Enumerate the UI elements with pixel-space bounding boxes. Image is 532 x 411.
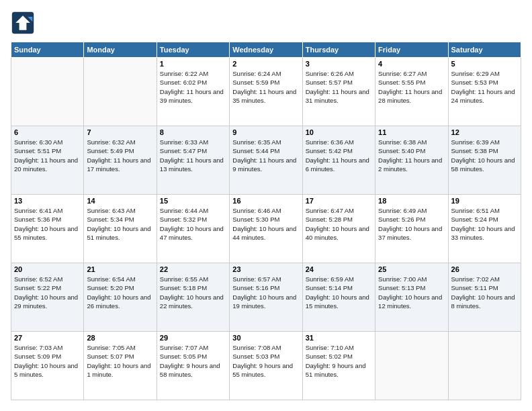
day-detail: Sunrise: 6:43 AMSunset: 5:34 PMDaylight:…	[87, 206, 153, 242]
day-cell-29: 29Sunrise: 7:07 AMSunset: 5:05 PMDayligh…	[157, 332, 229, 400]
day-detail: Sunrise: 7:02 AMSunset: 5:11 PMDaylight:…	[451, 275, 518, 310]
day-number: 24	[306, 265, 372, 273]
day-detail: Sunrise: 6:30 AMSunset: 5:51 PMDaylight:…	[14, 138, 81, 173]
day-detail: Sunrise: 6:55 AMSunset: 5:18 PMDaylight:…	[160, 275, 226, 310]
day-number: 21	[87, 265, 153, 273]
day-cell-12: 12Sunrise: 6:39 AMSunset: 5:38 PMDayligh…	[448, 126, 521, 195]
day-cell-26: 26Sunrise: 7:02 AMSunset: 5:11 PMDayligh…	[448, 263, 521, 332]
day-detail: Sunrise: 6:59 AMSunset: 5:14 PMDaylight:…	[306, 275, 372, 310]
day-cell-8: 8Sunrise: 6:33 AMSunset: 5:47 PMDaylight…	[157, 126, 229, 195]
day-detail: Sunrise: 7:05 AMSunset: 5:07 PMDaylight:…	[87, 343, 153, 379]
day-detail: Sunrise: 7:07 AMSunset: 5:05 PMDaylight:…	[160, 343, 226, 379]
day-number: 8	[160, 128, 226, 136]
day-cell-2: 2Sunrise: 6:24 AMSunset: 5:59 PMDaylight…	[230, 58, 302, 126]
day-number: 22	[160, 265, 226, 273]
day-cell-9: 9Sunrise: 6:35 AMSunset: 5:44 PMDaylight…	[230, 126, 302, 195]
day-cell-30: 30Sunrise: 7:08 AMSunset: 5:03 PMDayligh…	[230, 332, 302, 400]
day-number: 25	[378, 265, 445, 273]
day-detail: Sunrise: 6:29 AMSunset: 5:53 PMDaylight:…	[451, 69, 518, 105]
day-number: 12	[451, 128, 518, 136]
day-number: 7	[87, 128, 153, 136]
day-detail: Sunrise: 6:36 AMSunset: 5:42 PMDaylight:…	[306, 138, 372, 173]
day-detail: Sunrise: 6:38 AMSunset: 5:40 PMDaylight:…	[378, 138, 445, 173]
day-detail: Sunrise: 6:52 AMSunset: 5:22 PMDaylight:…	[14, 275, 81, 310]
day-number: 31	[306, 334, 372, 342]
logo-icon	[11, 11, 35, 35]
day-number: 27	[14, 334, 81, 342]
day-cell-23: 23Sunrise: 6:57 AMSunset: 5:16 PMDayligh…	[230, 263, 302, 332]
empty-cell	[84, 58, 157, 126]
day-number: 4	[378, 60, 445, 68]
day-cell-15: 15Sunrise: 6:44 AMSunset: 5:32 PMDayligh…	[157, 195, 229, 263]
day-detail: Sunrise: 6:47 AMSunset: 5:28 PMDaylight:…	[306, 206, 372, 242]
day-number: 2	[232, 60, 299, 68]
day-detail: Sunrise: 6:35 AMSunset: 5:44 PMDaylight:…	[232, 138, 299, 173]
day-cell-7: 7Sunrise: 6:32 AMSunset: 5:49 PMDaylight…	[84, 126, 157, 195]
day-cell-17: 17Sunrise: 6:47 AMSunset: 5:28 PMDayligh…	[302, 195, 375, 263]
day-cell-10: 10Sunrise: 6:36 AMSunset: 5:42 PMDayligh…	[302, 126, 375, 195]
calendar-header-saturday: Saturday	[448, 42, 521, 58]
day-number: 6	[14, 128, 81, 136]
day-detail: Sunrise: 6:54 AMSunset: 5:20 PMDaylight:…	[87, 275, 153, 310]
day-cell-28: 28Sunrise: 7:05 AMSunset: 5:07 PMDayligh…	[84, 332, 157, 400]
day-cell-22: 22Sunrise: 6:55 AMSunset: 5:18 PMDayligh…	[157, 263, 229, 332]
day-detail: Sunrise: 6:41 AMSunset: 5:36 PMDaylight:…	[14, 206, 81, 242]
day-cell-21: 21Sunrise: 6:54 AMSunset: 5:20 PMDayligh…	[84, 263, 157, 332]
day-cell-16: 16Sunrise: 6:46 AMSunset: 5:30 PMDayligh…	[230, 195, 302, 263]
day-cell-1: 1Sunrise: 6:22 AMSunset: 6:02 PMDaylight…	[157, 58, 229, 126]
day-number: 20	[14, 265, 81, 273]
day-detail: Sunrise: 7:10 AMSunset: 5:02 PMDaylight:…	[306, 343, 372, 379]
day-number: 10	[306, 128, 372, 136]
calendar-table: SundayMondayTuesdayWednesdayThursdayFrid…	[11, 42, 521, 400]
day-number: 16	[232, 197, 299, 205]
day-cell-25: 25Sunrise: 7:00 AMSunset: 5:13 PMDayligh…	[375, 263, 448, 332]
calendar-header-tuesday: Tuesday	[157, 42, 229, 58]
day-detail: Sunrise: 6:26 AMSunset: 5:57 PMDaylight:…	[306, 69, 372, 105]
day-number: 9	[232, 128, 299, 136]
day-cell-4: 4Sunrise: 6:27 AMSunset: 5:55 PMDaylight…	[375, 58, 448, 126]
day-cell-31: 31Sunrise: 7:10 AMSunset: 5:02 PMDayligh…	[302, 332, 375, 400]
day-number: 18	[378, 197, 445, 205]
empty-cell	[11, 58, 84, 126]
day-cell-19: 19Sunrise: 6:51 AMSunset: 5:24 PMDayligh…	[448, 195, 521, 263]
day-cell-14: 14Sunrise: 6:43 AMSunset: 5:34 PMDayligh…	[84, 195, 157, 263]
day-detail: Sunrise: 6:39 AMSunset: 5:38 PMDaylight:…	[451, 138, 518, 173]
day-detail: Sunrise: 6:33 AMSunset: 5:47 PMDaylight:…	[160, 138, 226, 173]
day-detail: Sunrise: 6:22 AMSunset: 6:02 PMDaylight:…	[160, 69, 226, 105]
day-number: 17	[306, 197, 372, 205]
day-cell-27: 27Sunrise: 7:03 AMSunset: 5:09 PMDayligh…	[11, 332, 84, 400]
day-number: 19	[451, 197, 518, 205]
day-cell-3: 3Sunrise: 6:26 AMSunset: 5:57 PMDaylight…	[302, 58, 375, 126]
day-detail: Sunrise: 6:51 AMSunset: 5:24 PMDaylight:…	[451, 206, 518, 242]
day-number: 13	[14, 197, 81, 205]
day-number: 30	[232, 334, 299, 342]
day-detail: Sunrise: 6:32 AMSunset: 5:49 PMDaylight:…	[87, 138, 153, 173]
calendar-header-thursday: Thursday	[302, 42, 375, 58]
day-detail: Sunrise: 6:27 AMSunset: 5:55 PMDaylight:…	[378, 69, 445, 105]
day-cell-6: 6Sunrise: 6:30 AMSunset: 5:51 PMDaylight…	[11, 126, 84, 195]
day-number: 29	[160, 334, 226, 342]
day-cell-18: 18Sunrise: 6:49 AMSunset: 5:26 PMDayligh…	[375, 195, 448, 263]
day-number: 14	[87, 197, 153, 205]
day-detail: Sunrise: 7:03 AMSunset: 5:09 PMDaylight:…	[14, 343, 81, 379]
day-cell-5: 5Sunrise: 6:29 AMSunset: 5:53 PMDaylight…	[448, 58, 521, 126]
day-cell-20: 20Sunrise: 6:52 AMSunset: 5:22 PMDayligh…	[11, 263, 84, 332]
calendar-header-sunday: Sunday	[11, 42, 84, 58]
day-number: 26	[451, 265, 518, 273]
day-detail: Sunrise: 7:00 AMSunset: 5:13 PMDaylight:…	[378, 275, 445, 310]
day-number: 11	[378, 128, 445, 136]
header	[11, 11, 521, 35]
calendar-header-monday: Monday	[84, 42, 157, 58]
calendar-header-friday: Friday	[375, 42, 448, 58]
day-number: 5	[451, 60, 518, 68]
logo	[11, 11, 38, 35]
day-detail: Sunrise: 6:57 AMSunset: 5:16 PMDaylight:…	[232, 275, 299, 310]
day-number: 1	[160, 60, 226, 68]
day-number: 15	[160, 197, 226, 205]
day-detail: Sunrise: 6:24 AMSunset: 5:59 PMDaylight:…	[232, 69, 299, 105]
empty-cell	[448, 332, 521, 400]
empty-cell	[375, 332, 448, 400]
day-detail: Sunrise: 6:49 AMSunset: 5:26 PMDaylight:…	[378, 206, 445, 242]
day-number: 28	[87, 334, 153, 342]
day-cell-13: 13Sunrise: 6:41 AMSunset: 5:36 PMDayligh…	[11, 195, 84, 263]
